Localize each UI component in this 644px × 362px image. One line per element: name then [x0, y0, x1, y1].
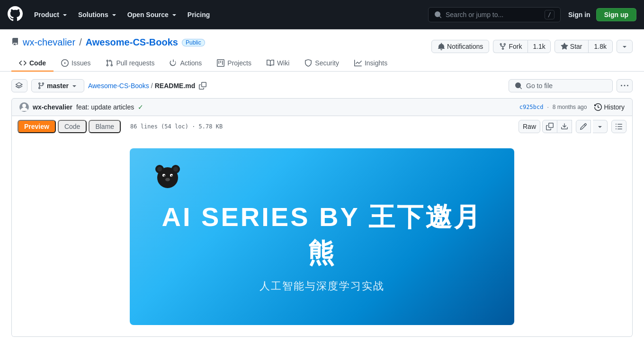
fork-group: Fork 1.1k [493, 40, 550, 53]
tab-projects-label: Projects [227, 59, 251, 67]
edit-button[interactable] [576, 120, 591, 133]
repo-visibility-badge: Public [182, 39, 205, 46]
preview-tab[interactable]: Preview [18, 120, 56, 133]
nav-product[interactable]: Product [30, 8, 72, 21]
history-label: History [604, 103, 625, 111]
commit-check-icon: ✓ [138, 103, 143, 111]
tab-code-label: Code [29, 59, 46, 67]
repo-separator: / [79, 37, 82, 48]
notifications-button[interactable]: Notifications [431, 40, 489, 53]
star-group: Star 1.8k [555, 40, 613, 53]
readme-image-container: AI SERIES BY 王下邀月熊 人工智能与深度学习实战 [12, 137, 632, 336]
more-actions-button[interactable] [617, 79, 633, 92]
tab-code[interactable]: Code [11, 55, 54, 72]
fork-count-button[interactable]: 1.1k [528, 40, 550, 53]
history-link[interactable]: History [594, 103, 625, 111]
fork-count: 1.1k [533, 43, 545, 50]
file-view-bar: Preview Code Blame 86 lines (54 loc) · 5… [11, 116, 633, 137]
nav-pricing[interactable]: Pricing [184, 8, 214, 21]
repo-header: wx-chevalier / Awesome-CS-Books Public N… [0, 29, 644, 72]
blame-tab[interactable]: Blame [89, 120, 121, 133]
tab-wiki-label: Wiki [277, 59, 289, 67]
file-path-bar: master Awesome-CS-Books / README.md Go t… [11, 79, 633, 92]
add-button[interactable] [617, 40, 633, 53]
star-label: Star [570, 43, 582, 50]
toggle-sidebar-button[interactable] [11, 79, 27, 92]
star-count[interactable]: 1.8k [589, 40, 612, 53]
more-file-actions-button[interactable] [593, 120, 608, 133]
tab-pull-requests-label: Pull requests [116, 59, 154, 67]
tab-insights[interactable]: Insights [347, 55, 395, 72]
tab-security-label: Security [315, 59, 339, 67]
search-kbd: / [545, 10, 555, 19]
repo-owner-link[interactable]: wx-chevalier [23, 37, 75, 48]
go-to-file-label: Go to file [526, 82, 553, 90]
tab-projects[interactable]: Projects [209, 55, 259, 72]
download-button[interactable] [557, 120, 572, 133]
toc-button[interactable] [611, 120, 626, 133]
fork-label: Fork [509, 43, 522, 50]
breadcrumb-sep: / [151, 82, 153, 90]
tab-actions[interactable]: Actions [162, 55, 209, 72]
branch-selector[interactable]: master [31, 79, 84, 92]
file-meta: 86 lines (54 loc) · 5.78 KB [130, 123, 223, 130]
svg-point-10 [165, 178, 170, 181]
tab-nav: Code Issues Pull requests Actions Projec… [11, 55, 633, 71]
header-actions: Sign in Sign up [568, 8, 636, 21]
file-breadcrumb: Awesome-CS-Books / README.md [88, 80, 208, 91]
raw-button[interactable]: Raw [519, 120, 540, 133]
commit-meta: c925bcd · 8 months ago History [519, 103, 625, 111]
notifications-label: Notifications [447, 43, 483, 50]
breadcrumb-repo[interactable]: Awesome-CS-Books [88, 82, 149, 90]
copy-path-button[interactable] [197, 80, 208, 91]
svg-point-0 [22, 104, 26, 108]
repo-icon [11, 38, 19, 47]
nav-open-source[interactable]: Open Source [124, 8, 182, 21]
tab-insights-label: Insights [365, 59, 387, 67]
header-search[interactable]: Search or jump to... / [428, 7, 561, 22]
svg-point-9 [171, 175, 173, 177]
readme-subtitle: 人工智能与深度学习实战 [158, 279, 486, 293]
go-to-file-button[interactable]: Go to file [509, 79, 613, 92]
readme-title: AI SERIES BY 王下邀月熊 [158, 199, 486, 272]
commit-avatar [19, 102, 29, 112]
file-view-actions-group [542, 120, 572, 133]
repo-breadcrumb: wx-chevalier / Awesome-CS-Books Public [11, 37, 205, 48]
readme-banner: AI SERIES BY 王下邀月熊 人工智能与深度学习实战 [130, 148, 514, 325]
tab-actions-label: Actions [180, 59, 202, 67]
repo-actions-group: Notifications Fork 1.1k Star 1.8k [431, 40, 633, 53]
sign-up-button[interactable]: Sign up [596, 8, 636, 21]
svg-point-8 [164, 175, 165, 177]
commit-separator: · [547, 104, 548, 110]
branch-name: master [47, 82, 69, 90]
sign-in-link[interactable]: Sign in [568, 11, 590, 18]
commit-time: 8 months ago [553, 104, 587, 110]
search-placeholder: Search or jump to... [446, 11, 541, 18]
fork-button[interactable]: Fork [493, 40, 528, 53]
header-nav: Product Solutions Open Source Pricing [30, 8, 420, 21]
svg-point-4 [157, 167, 162, 172]
tab-issues[interactable]: Issues [54, 55, 98, 72]
tab-issues-label: Issues [72, 59, 90, 67]
commit-sha-link[interactable]: c925bcd [519, 104, 544, 110]
copy-raw-button[interactable] [542, 120, 557, 133]
nav-solutions[interactable]: Solutions [74, 8, 122, 21]
repo-name-link[interactable]: Awesome-CS-Books [86, 37, 178, 48]
star-count-value: 1.8k [594, 43, 607, 50]
file-path-bar-right: Go to file [509, 79, 633, 92]
code-tab[interactable]: Code [58, 120, 87, 133]
commit-message: feat: update articles [76, 103, 134, 111]
commit-bar: wx-chevalier feat: update articles ✓ c92… [11, 98, 633, 116]
tab-wiki[interactable]: Wiki [259, 55, 297, 72]
breadcrumb-file: README.md [155, 82, 196, 90]
star-button[interactable]: Star [555, 40, 589, 53]
commit-author[interactable]: wx-chevalier [33, 103, 72, 111]
tab-pull-requests[interactable]: Pull requests [98, 55, 162, 72]
main-header: Product Solutions Open Source Pricing Se… [0, 0, 644, 29]
tab-security[interactable]: Security [297, 55, 347, 72]
file-browser: master Awesome-CS-Books / README.md Go t… [0, 72, 644, 344]
bear-icon [153, 163, 182, 191]
file-content: AI SERIES BY 王下邀月熊 人工智能与深度学习实战 [11, 137, 633, 337]
svg-point-5 [173, 167, 178, 172]
github-logo[interactable] [8, 6, 23, 23]
